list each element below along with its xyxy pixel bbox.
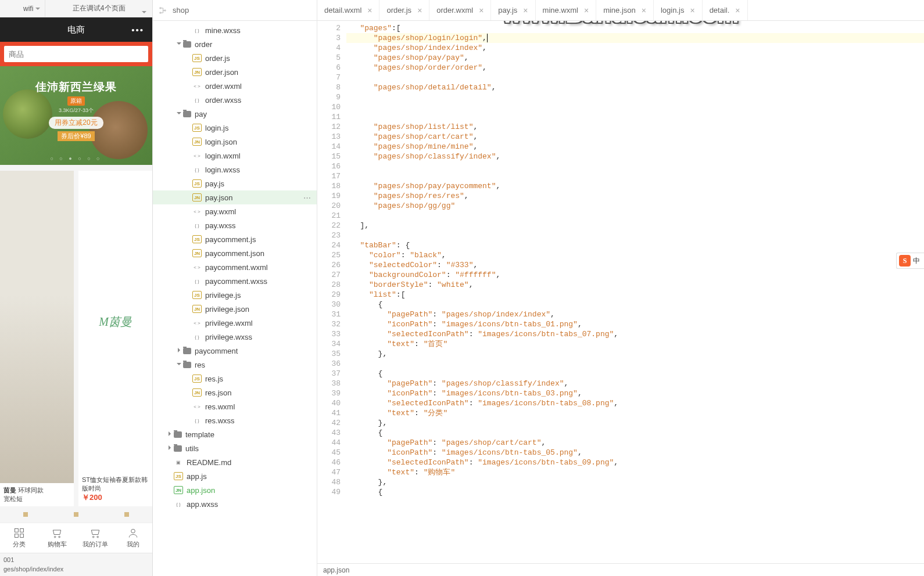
chevron-icon: [176, 362, 182, 368]
carousel-dots[interactable]: ○ ○ ● ○ ○ ○: [0, 156, 152, 161]
tab-classify[interactable]: 分类: [0, 523, 38, 553]
tab-label: pay.js: [498, 6, 517, 15]
file-pay.js[interactable]: JSpay.js: [153, 177, 317, 190]
file-res.wxss[interactable]: { }res.wxss: [153, 413, 317, 427]
file-order.json[interactable]: JNorder.json: [153, 65, 317, 79]
close-icon[interactable]: ×: [367, 6, 372, 15]
debug-status-dropdown[interactable]: 正在调试4个页面: [45, 3, 152, 13]
file-privilege.wxml[interactable]: < >privilege.wxml: [153, 316, 317, 330]
file-order[interactable]: order: [153, 37, 317, 51]
tab-cart[interactable]: 购物车: [38, 523, 77, 553]
wxml-icon: < >: [192, 207, 202, 215]
file-privilege.wxss[interactable]: { }privilege.wxss: [153, 330, 317, 344]
editor-tab[interactable]: detail.×: [703, 0, 748, 20]
wxss-icon: { }: [192, 333, 202, 341]
wxss-icon: { }: [192, 26, 202, 34]
svg-point-5: [59, 537, 60, 538]
file-order.wxml[interactable]: < >order.wxml: [153, 79, 317, 93]
file-order.wxss[interactable]: { }order.wxss: [153, 93, 317, 107]
json-icon: JN: [192, 193, 202, 201]
json-icon: JN: [192, 68, 202, 76]
js-icon: JS: [192, 54, 202, 62]
product-card[interactable]: 茵曼 环球同款宽松短: [0, 171, 74, 506]
file-name: paycomment.wxss: [205, 277, 267, 286]
file-privilege.js[interactable]: JSprivilege.js: [153, 288, 317, 302]
file-name: res: [195, 361, 205, 369]
product-price: ￥200: [78, 491, 152, 506]
tree-body[interactable]: { }mine.wxssorderJSorder.jsJNorder.json<…: [153, 21, 317, 576]
file-login.wxss[interactable]: { }login.wxss: [153, 163, 317, 177]
file-pay.wxss[interactable]: { }pay.wxss: [153, 218, 317, 232]
file-order.js[interactable]: JSorder.js: [153, 51, 317, 65]
file-res.js[interactable]: JSres.js: [153, 372, 317, 386]
product-card[interactable]: M 茵曼 ST恤女短袖春夏新款韩版时尚 ￥200: [78, 171, 152, 506]
ime-indicator[interactable]: S 中: [896, 253, 924, 269]
file-paycomment[interactable]: paycomment: [153, 344, 317, 358]
code-content[interactable]: "pages":[ "pages/shop/login/login", "pag…: [346, 21, 924, 563]
close-icon[interactable]: ×: [523, 6, 528, 15]
file-app.json[interactable]: JNapp.json: [153, 483, 317, 497]
wxss-icon: { }: [192, 221, 202, 229]
file-pay.json[interactable]: JNpay.json⋯: [153, 190, 317, 204]
editor-tab[interactable]: mine.json×: [596, 0, 654, 20]
close-icon[interactable]: ×: [735, 6, 740, 15]
file-res[interactable]: res: [153, 358, 317, 372]
file-mine.wxss[interactable]: { }mine.wxss: [153, 23, 317, 37]
file-pay[interactable]: pay: [153, 107, 317, 121]
svg-rect-0: [15, 529, 18, 532]
file-privilege.json[interactable]: JNprivilege.json: [153, 302, 317, 316]
product-label: 茵曼 环球同款宽松短: [0, 483, 74, 502]
file-name: res.wxml: [205, 402, 235, 411]
tree-header[interactable]: shop: [153, 0, 317, 21]
file-paycomment.json[interactable]: JNpaycomment.json: [153, 246, 317, 260]
editor-tab[interactable]: mine.wxml×: [536, 0, 597, 20]
tab-orders[interactable]: 我的订单: [76, 523, 114, 553]
svg-point-10: [160, 12, 161, 13]
close-icon[interactable]: ×: [479, 6, 484, 15]
banner-badge: 原箱: [67, 96, 85, 106]
network-dropdown[interactable]: wifi: [0, 0, 45, 17]
file-README.md[interactable]: ▣README.md: [153, 455, 317, 469]
more-icon[interactable]: •••: [131, 25, 144, 35]
banner[interactable]: 佳沛新西兰绿果 原箱 3.3KG/27-33个 用券立减20元 券后价¥89 ○…: [0, 66, 152, 165]
file-paycomment.wxml[interactable]: < >paycomment.wxml: [153, 260, 317, 274]
file-app.js[interactable]: JSapp.js: [153, 469, 317, 483]
editor-tab[interactable]: pay.js×: [491, 0, 535, 20]
tab-label: detail.wxml: [324, 6, 361, 15]
tab-label: order.js: [386, 6, 411, 15]
file-paycomment.wxss[interactable]: { }paycomment.wxss: [153, 274, 317, 288]
close-icon[interactable]: ×: [690, 6, 694, 15]
file-template[interactable]: template: [153, 427, 317, 441]
js-icon: JS: [192, 179, 202, 188]
file-app.wxss[interactable]: { }app.wxss: [153, 497, 317, 511]
search-input[interactable]: [4, 46, 148, 62]
file-pay.wxml[interactable]: < >pay.wxml: [153, 204, 317, 218]
file-res.wxml[interactable]: < >res.wxml: [153, 399, 317, 413]
tab-mine[interactable]: 我的: [114, 523, 153, 553]
file-login.wxml[interactable]: < >login.wxml: [153, 149, 317, 163]
file-name: login.wxml: [205, 152, 241, 160]
close-icon[interactable]: ×: [642, 6, 646, 15]
banner-title: 佳沛新西兰绿果: [35, 80, 117, 95]
file-name: pay.js: [205, 179, 224, 188]
file-login.json[interactable]: JNlogin.json: [153, 135, 317, 149]
editor-tab[interactable]: order.js×: [379, 0, 429, 20]
editor-tab[interactable]: login.js×: [654, 0, 703, 20]
code-area[interactable]: www.Bandicam.com 23456789101112131415161…: [317, 21, 924, 563]
file-name: paycomment.wxml: [205, 263, 268, 272]
file-login.js[interactable]: JSlogin.js: [153, 121, 317, 135]
tab-label: mine.wxml: [543, 6, 578, 15]
more-icon[interactable]: ⋯: [303, 193, 311, 202]
file-res.json[interactable]: JNres.json: [153, 386, 317, 399]
file-paycomment.js[interactable]: JSpaycomment.js: [153, 232, 317, 246]
close-icon[interactable]: ×: [584, 6, 589, 15]
editor-tab[interactable]: detail.wxml×: [317, 0, 379, 20]
close-icon[interactable]: ×: [417, 6, 422, 15]
wxss-icon: { }: [174, 500, 183, 508]
file-utils[interactable]: utils: [153, 441, 317, 455]
svg-point-11: [164, 9, 166, 10]
product-image: M 茵曼: [78, 171, 152, 473]
file-name: pay.wxml: [205, 207, 236, 216]
svg-point-8: [131, 530, 135, 534]
editor-tab[interactable]: order.wxml×: [429, 0, 491, 20]
